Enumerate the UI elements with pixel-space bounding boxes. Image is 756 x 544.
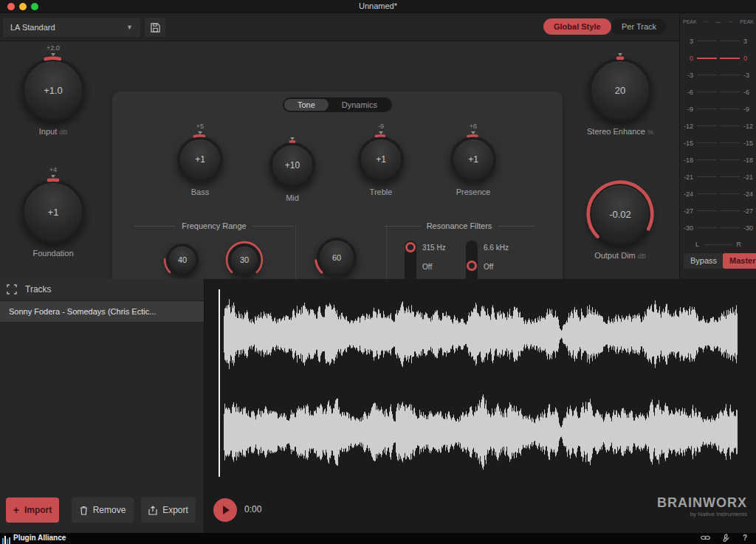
per-track-button[interactable]: Per Track	[611, 18, 667, 35]
export-label: Export	[162, 505, 188, 515]
tracks-title: Tracks	[25, 284, 52, 295]
meter-segment-left	[697, 41, 717, 41]
meter-segment-left	[697, 109, 717, 109]
meter-segment-left	[697, 58, 717, 59]
meter-segment-left	[697, 193, 717, 194]
meter-segment-left	[697, 210, 717, 211]
title-bar: Unnamed*	[0, 0, 756, 13]
plugin-window: Unnamed* LA Standard ▼ Global Style Per …	[0, 0, 756, 544]
track-list-item[interactable]: Sonny Fodera - Somedays (Chris Ectic...	[0, 301, 204, 322]
peak-dots: ···	[704, 19, 709, 24]
meter-segment-left	[697, 125, 717, 126]
meter-scale-value: 3	[741, 38, 755, 45]
resonance-filters-section-title: Resonance Filters	[384, 221, 535, 230]
meter-row: -18-18	[682, 151, 755, 168]
meter-row: 00	[682, 49, 755, 66]
meter-scale-value: -6	[741, 89, 755, 96]
playhead[interactable]	[219, 289, 220, 477]
master-button[interactable]: Master	[723, 253, 756, 269]
link-icon[interactable]	[701, 534, 710, 543]
plugin-alliance-label: Plugin Alliance	[13, 534, 66, 542]
meter-segment-left	[697, 142, 717, 143]
input-knob[interactable]: +2.0 +1.0 Input dB	[9, 44, 97, 136]
knob-marker-icon	[290, 137, 295, 140]
foundation-value: +1	[48, 207, 59, 218]
footer-bar: Plugin Alliance ?	[0, 533, 756, 544]
stereo-enhance-label: Stereo Enhance %	[587, 127, 653, 136]
resonance-slider-high-thumb[interactable]	[467, 261, 477, 271]
meter-segment-right	[720, 193, 740, 194]
remove-label: Remove	[93, 505, 126, 515]
meter-scale-value: -27	[741, 207, 755, 215]
global-style-button[interactable]: Global Style	[543, 18, 611, 35]
resonance-high-option[interactable]: Off	[484, 261, 509, 280]
peak-hold-row: PEAK ··· — ··· PEAK	[683, 19, 754, 24]
input-label: Input dB	[39, 127, 68, 136]
bass-knob[interactable]: +5 +1 Bass	[156, 123, 244, 196]
import-label: Import	[24, 505, 52, 515]
knob-marker-icon	[618, 53, 622, 56]
meter-segment-right	[720, 92, 740, 92]
tone-dynamics-toggle: Tone Dynamics	[283, 97, 392, 112]
plus-icon: +	[13, 504, 19, 516]
meter-panel: PEAK ··· — ··· PEAK 3300-3-3-6-6-9-9-12-…	[679, 13, 756, 279]
brainworx-wordmark: BRAINWORX	[657, 495, 747, 511]
meter-scale-value: -18	[741, 156, 755, 164]
tab-dynamics[interactable]: Dynamics	[329, 99, 391, 111]
resonance-low-option[interactable]: 315 Hz	[422, 242, 446, 261]
tab-tone[interactable]: Tone	[284, 99, 329, 111]
meter-segment-right	[720, 210, 740, 211]
knob-marker-icon	[471, 131, 475, 134]
meter-scale-value: -6	[682, 89, 695, 96]
knob-marker-icon	[51, 175, 55, 178]
meter-segment-left	[697, 159, 717, 160]
help-icon[interactable]: ?	[743, 534, 747, 542]
peak-label-left: PEAK	[683, 19, 697, 24]
output-dim-value: -0.02	[609, 209, 631, 220]
presence-peak-value: +6	[470, 123, 477, 131]
output-dim-label: Output Dim dB	[594, 251, 646, 260]
treble-knob[interactable]: -9 +1 Treble	[337, 123, 425, 196]
foundation-knob[interactable]: +4 +1 Foundation	[9, 166, 97, 258]
stereo-enhance-knob[interactable]: 20 Stereo Enhance %	[576, 44, 664, 136]
treble-label: Treble	[370, 187, 393, 196]
peak-dash: —	[716, 19, 721, 24]
meter-scale-value: -21	[741, 173, 755, 181]
bypass-button[interactable]: Bypass	[684, 253, 724, 269]
meter-scale-value: -27	[682, 207, 695, 215]
meter-segment-right	[720, 176, 740, 177]
window-title: Unnamed*	[0, 1, 756, 10]
mid-knob[interactable]: +10 Mid	[248, 128, 337, 202]
plugin-main-panel: +2.0 +1.0 Input dB +4 +1 Foundation 20 S…	[0, 41, 679, 279]
remove-button[interactable]: Remove	[72, 497, 134, 523]
stereo-enhance-value: 20	[615, 85, 625, 96]
meter-scale-value: 0	[741, 55, 755, 62]
resonance-low-option[interactable]: Off	[422, 261, 446, 280]
preset-dropdown[interactable]: LA Standard ▼	[3, 18, 140, 37]
wrench-icon[interactable]	[721, 534, 729, 544]
import-button[interactable]: + Import	[6, 497, 59, 523]
waveform-canvas[interactable]	[224, 291, 738, 475]
export-icon	[148, 506, 157, 515]
presence-value: +1	[468, 154, 478, 165]
meter-segment-right	[720, 109, 740, 109]
meter-scale: 3300-3-3-6-6-9-9-12-12-15-15-18-18-21-21…	[682, 32, 755, 236]
meter-row: -6-6	[682, 83, 755, 100]
meter-scale-value: -21	[682, 173, 695, 181]
presence-knob[interactable]: +6 +1 Presence	[429, 123, 518, 196]
play-button[interactable]	[213, 498, 237, 522]
toolbar: LA Standard ▼ Global Style Per Track	[0, 13, 679, 41]
meter-scale-value: -3	[682, 72, 695, 79]
meter-segment-left	[697, 92, 717, 92]
save-preset-button[interactable]	[145, 18, 165, 37]
bass-value: +1	[195, 154, 205, 165]
meter-row: -12-12	[682, 117, 755, 134]
export-button[interactable]: Export	[141, 497, 196, 523]
meter-channel-labels: L R	[695, 241, 741, 248]
meter-row: -30-30	[682, 219, 755, 236]
meter-row: -27-27	[682, 202, 755, 219]
output-dim-knob[interactable]: -0.02 Output Dim dB	[576, 174, 664, 260]
resonance-slider-low-thumb[interactable]	[405, 242, 416, 252]
resonance-high-option[interactable]: 6.6 kHz	[484, 242, 509, 261]
expand-icon[interactable]	[7, 284, 17, 297]
